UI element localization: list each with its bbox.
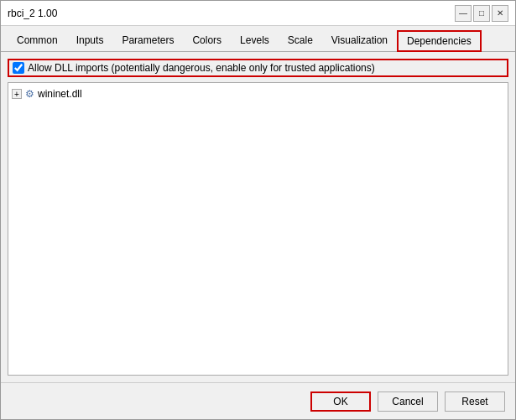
cancel-button[interactable]: Cancel: [378, 391, 438, 412]
title-bar-left: rbci_2 1.00: [8, 8, 57, 19]
title-bar: rbci_2 1.00 — □ ✕: [1, 1, 515, 26]
tree-panel: + ⚙ wininet.dll: [8, 82, 508, 376]
tab-common[interactable]: Common: [8, 30, 67, 52]
tab-visualization[interactable]: Visualization: [322, 30, 397, 52]
tab-inputs[interactable]: Inputs: [67, 30, 113, 52]
footer: OK Cancel Reset: [1, 382, 515, 419]
tree-item-wininet: + ⚙ wininet.dll: [12, 86, 504, 101]
allow-dll-checkbox[interactable]: [13, 62, 24, 74]
title-controls: — □ ✕: [455, 5, 508, 22]
gear-icon: ⚙: [25, 88, 34, 100]
allow-dll-label: Allow DLL imports (potentially dangerous…: [28, 62, 375, 74]
tab-scale[interactable]: Scale: [279, 30, 322, 52]
window-title: rbci_2 1.00: [8, 8, 57, 19]
tab-dependencies[interactable]: Dependencies: [397, 30, 482, 52]
tabs-container: Common Inputs Parameters Colors Levels S…: [1, 26, 515, 52]
tab-colors[interactable]: Colors: [183, 30, 231, 52]
main-window: rbci_2 1.00 — □ ✕ Common Inputs Paramete…: [0, 0, 516, 420]
minimize-button[interactable]: —: [455, 5, 472, 22]
reset-button[interactable]: Reset: [445, 391, 505, 412]
tab-parameters[interactable]: Parameters: [112, 30, 183, 52]
content-area: Allow DLL imports (potentially dangerous…: [1, 52, 515, 382]
maximize-button[interactable]: □: [473, 5, 490, 22]
close-button[interactable]: ✕: [492, 5, 508, 22]
allow-dll-row: Allow DLL imports (potentially dangerous…: [8, 59, 508, 77]
tab-levels[interactable]: Levels: [231, 30, 279, 52]
tree-expand-button[interactable]: +: [12, 89, 22, 99]
tree-item-label: wininet.dll: [38, 88, 82, 100]
ok-button[interactable]: OK: [310, 391, 371, 412]
